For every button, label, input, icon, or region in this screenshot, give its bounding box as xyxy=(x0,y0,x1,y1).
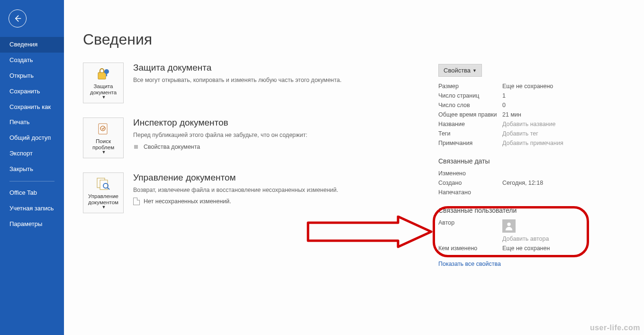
inspect-icon xyxy=(96,121,110,137)
prop-pages-label: Число страниц xyxy=(438,92,502,99)
prop-tags-label: Теги xyxy=(438,130,502,137)
nav-account[interactable]: Учетная запись xyxy=(0,201,64,217)
manage-title: Управление документом xyxy=(133,172,377,183)
prop-words-value: 0 xyxy=(502,102,506,109)
svg-point-3 xyxy=(104,69,109,74)
protect-document-tile[interactable]: Защита документа▼ xyxy=(83,63,124,103)
main-panel: Сведения Защита документа▼ Защита докуме… xyxy=(64,0,644,335)
date-created-value: Сегодня, 12:18 xyxy=(502,180,543,186)
nav-save-as[interactable]: Сохранить как xyxy=(0,100,64,115)
prop-size-value: Еще не сохранено xyxy=(502,83,553,90)
chevron-down-icon: ▼ xyxy=(102,95,106,100)
nav-save[interactable]: Сохранить xyxy=(0,84,64,100)
last-modified-by-value: Еще не сохранен xyxy=(502,245,550,252)
prop-pages-value: 1 xyxy=(502,92,506,99)
nav-export[interactable]: Экспорт xyxy=(0,146,64,162)
check-issues-tile[interactable]: Поиск проблем▼ xyxy=(83,118,124,158)
chevron-down-icon: ▼ xyxy=(472,68,477,73)
prop-title-label: Название xyxy=(438,121,502,127)
back-button[interactable] xyxy=(9,9,27,27)
nav-print[interactable]: Печать xyxy=(0,115,64,130)
nav-new[interactable]: Создать xyxy=(0,53,64,68)
add-author-link[interactable]: Добавить автора xyxy=(502,235,549,242)
backstage-sidebar: Сведения Создать Открыть Сохранить Сохра… xyxy=(0,0,64,335)
prop-edit-time-value: 21 мин xyxy=(502,111,521,118)
svg-rect-4 xyxy=(106,73,107,76)
inspect-bullet: Свойства документа xyxy=(133,144,377,150)
nav-options[interactable]: Параметры xyxy=(0,217,64,232)
prop-tags-value[interactable]: Добавить тег xyxy=(502,130,538,137)
inspect-bullet-text: Свойства документа xyxy=(144,144,200,150)
document-icon xyxy=(133,198,140,205)
manage-section: Управление документом▼ Управление докуме… xyxy=(83,172,377,213)
show-all-properties-link[interactable]: Показать все свойства xyxy=(438,261,501,267)
prop-size-label: Размер xyxy=(438,83,502,90)
page-title: Сведения xyxy=(83,31,625,48)
manage-tile-label: Управление документом xyxy=(85,193,121,205)
watermark: user-life.com xyxy=(590,324,640,332)
chevron-down-icon: ▼ xyxy=(102,150,106,155)
nav-list: Сведения Создать Открыть Сохранить Сохра… xyxy=(0,37,64,232)
nav-share[interactable]: Общий доступ xyxy=(0,130,64,146)
last-modified-by-label: Кем изменено xyxy=(438,245,502,252)
protect-title: Защита документа xyxy=(133,63,377,73)
svg-line-10 xyxy=(108,188,109,190)
date-created-label: Создано xyxy=(438,180,502,186)
manage-note-row: Нет несохраненных изменений. xyxy=(133,198,377,205)
protect-section: Защита документа▼ Защита документа Все м… xyxy=(83,63,377,103)
nav-close[interactable]: Закрыть xyxy=(0,162,64,177)
lock-icon xyxy=(96,66,110,82)
left-column: Защита документа▼ Защита документа Все м… xyxy=(83,63,377,213)
date-printed-label: Напечатано xyxy=(438,189,502,196)
manage-icon xyxy=(96,176,111,192)
prop-comments-label: Примечания xyxy=(438,140,502,146)
manage-note: Нет несохраненных изменений. xyxy=(144,198,231,205)
avatar-icon xyxy=(502,219,516,233)
manage-desc: Возврат, извлечение файла и восстановлен… xyxy=(133,186,377,195)
svg-rect-2 xyxy=(98,72,106,79)
properties-dropdown[interactable]: Свойства▼ xyxy=(438,64,482,77)
inspect-tile-label: Поиск проблем xyxy=(85,138,121,150)
chevron-down-icon: ▼ xyxy=(102,205,106,210)
prop-edit-time-label: Общее время правки xyxy=(438,111,502,118)
related-people-heading: Связанные пользователи xyxy=(438,207,590,214)
inspect-title: Инспектор документов xyxy=(133,118,377,128)
properties-panel: Свойства▼ РазмерЕще не сохранено Число с… xyxy=(438,64,590,267)
nav-info[interactable]: Сведения xyxy=(0,37,64,53)
prop-comments-value[interactable]: Добавить примечания xyxy=(502,140,563,146)
properties-label: Свойства xyxy=(444,67,471,74)
manage-document-tile[interactable]: Управление документом▼ xyxy=(83,172,124,213)
nav-office-tab[interactable]: Office Tab xyxy=(0,185,64,201)
properties-table: РазмерЕще не сохранено Число страниц1 Чи… xyxy=(438,81,590,148)
inspect-desc: Перед публикацией этого файла не забудьт… xyxy=(133,131,377,140)
author-label: Автор xyxy=(438,219,502,226)
protect-tile-label: Защита документа xyxy=(85,83,121,95)
prop-title-value[interactable]: Добавить название xyxy=(502,121,555,127)
prop-words-label: Число слов xyxy=(438,102,502,109)
inspect-section: Поиск проблем▼ Инспектор документов Пере… xyxy=(83,118,377,158)
nav-separator xyxy=(9,181,54,181)
bullet-icon xyxy=(134,145,138,149)
svg-point-11 xyxy=(507,223,510,226)
date-modified-label: Изменено xyxy=(438,170,502,177)
author-value-block: Добавить автора xyxy=(502,219,549,242)
annotation-arrow xyxy=(303,216,436,249)
nav-open[interactable]: Открыть xyxy=(0,68,64,84)
protect-desc: Все могут открывать, копировать и изменя… xyxy=(133,76,377,85)
related-dates-heading: Связанные даты xyxy=(438,157,590,165)
